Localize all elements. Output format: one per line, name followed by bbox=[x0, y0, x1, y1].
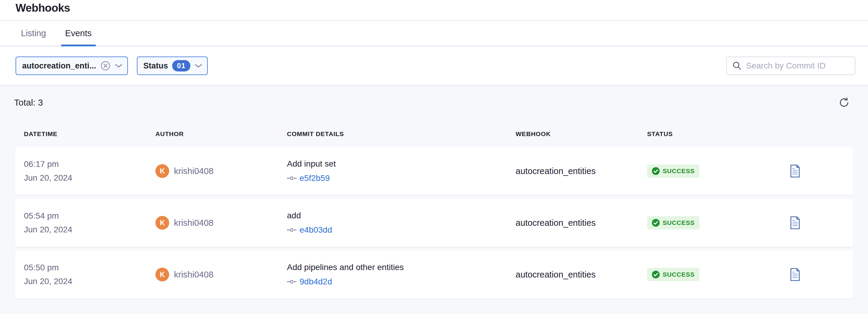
commit-id-link[interactable]: 9db4d2d bbox=[300, 277, 332, 286]
view-payload-button[interactable] bbox=[790, 268, 801, 281]
table-header-row: DATETIME AUTHOR COMMIT DETAILS WEBHOOK S… bbox=[15, 124, 853, 144]
document-icon bbox=[790, 278, 801, 282]
check-circle-icon bbox=[652, 167, 660, 175]
status-label: SUCCESS bbox=[663, 271, 695, 278]
webhook-filter-dropdown[interactable]: autocreation_enti... bbox=[16, 57, 128, 75]
avatar: K bbox=[155, 268, 169, 281]
status-filter-count-badge: 01 bbox=[172, 60, 190, 72]
results-toolbar: Total: 3 bbox=[0, 86, 868, 116]
author-cell: K krishi0408 bbox=[155, 164, 287, 178]
event-time: 05:50 pm bbox=[24, 263, 155, 273]
search-box bbox=[726, 57, 856, 75]
column-header-status: STATUS bbox=[647, 131, 789, 138]
view-payload-button[interactable] bbox=[790, 216, 801, 229]
status-label: SUCCESS bbox=[663, 168, 695, 175]
chevron-down-icon bbox=[194, 63, 203, 68]
tab-events[interactable]: Events bbox=[63, 21, 94, 46]
search-input[interactable] bbox=[746, 61, 854, 70]
webhook-name: autocreation_entities bbox=[516, 270, 647, 280]
event-time: 05:54 pm bbox=[24, 211, 155, 221]
event-time: 06:17 pm bbox=[24, 160, 155, 169]
webhook-name: autocreation_entities bbox=[516, 166, 647, 176]
table-row[interactable]: 05:54 pm Jun 20, 2024 K krishi0408 add bbox=[15, 199, 853, 247]
event-date: Jun 20, 2024 bbox=[24, 277, 155, 286]
webhook-filter-label: autocreation_enti... bbox=[22, 61, 96, 70]
view-payload-button[interactable] bbox=[790, 165, 801, 178]
status-filter-dropdown[interactable]: Status 01 bbox=[137, 57, 208, 75]
check-circle-icon bbox=[652, 219, 660, 227]
commit-id-link[interactable]: e5f2b59 bbox=[300, 173, 330, 183]
column-header-datetime: DATETIME bbox=[24, 131, 155, 138]
page-title: Webhooks bbox=[16, 2, 868, 15]
status-filter-label: Status bbox=[144, 61, 168, 70]
status-badge: SUCCESS bbox=[647, 216, 700, 229]
commit-id-link[interactable]: e4b03dd bbox=[300, 225, 332, 235]
column-header-webhook: WEBHOOK bbox=[516, 131, 647, 138]
total-count: Total: 3 bbox=[14, 97, 43, 108]
tab-bar: Listing Events bbox=[0, 21, 868, 46]
tab-events-label: Events bbox=[65, 28, 92, 38]
refresh-icon bbox=[838, 105, 850, 110]
commit-message: Add pipelines and other entities bbox=[287, 262, 516, 272]
status-badge: SUCCESS bbox=[647, 165, 700, 178]
author-cell: K krishi0408 bbox=[155, 216, 287, 230]
column-header-author: AUTHOR bbox=[155, 131, 287, 138]
tab-listing[interactable]: Listing bbox=[19, 21, 48, 46]
avatar: K bbox=[155, 164, 169, 178]
chevron-down-icon bbox=[115, 63, 123, 68]
commit-details-cell: Add input set e5f2b59 bbox=[287, 159, 516, 183]
check-circle-icon bbox=[652, 270, 660, 278]
tab-listing-label: Listing bbox=[21, 28, 46, 38]
datetime-cell: 06:17 pm Jun 20, 2024 bbox=[24, 160, 155, 183]
avatar: K bbox=[155, 216, 169, 230]
search-icon bbox=[732, 61, 742, 70]
status-badge: SUCCESS bbox=[647, 268, 700, 281]
git-commit-icon bbox=[287, 176, 297, 180]
filter-bar: autocreation_enti... Status 01 bbox=[0, 46, 868, 86]
author-name: krishi0408 bbox=[174, 166, 213, 176]
events-content: Total: 3 DATETIME AUTHOR COMMIT DETAILS … bbox=[0, 86, 868, 314]
refresh-button[interactable] bbox=[837, 95, 851, 110]
git-commit-icon bbox=[287, 280, 297, 284]
author-name: krishi0408 bbox=[174, 270, 213, 280]
document-icon bbox=[790, 226, 801, 230]
git-commit-icon bbox=[287, 228, 297, 232]
event-date: Jun 20, 2024 bbox=[24, 225, 155, 234]
column-header-commit-details: COMMIT DETAILS bbox=[287, 131, 516, 138]
event-date: Jun 20, 2024 bbox=[24, 173, 155, 183]
datetime-cell: 05:50 pm Jun 20, 2024 bbox=[24, 263, 155, 286]
page-header: Webhooks bbox=[0, 0, 868, 21]
events-table-body: 06:17 pm Jun 20, 2024 K krishi0408 Add i… bbox=[15, 147, 853, 298]
datetime-cell: 05:54 pm Jun 20, 2024 bbox=[24, 211, 155, 234]
commit-details-cell: add e4b03dd bbox=[287, 211, 516, 235]
document-icon bbox=[790, 174, 801, 178]
commit-message: Add input set bbox=[287, 159, 516, 169]
commit-message: add bbox=[287, 211, 516, 220]
webhook-name: autocreation_entities bbox=[516, 218, 647, 228]
author-cell: K krishi0408 bbox=[155, 268, 287, 281]
clear-filter-icon[interactable] bbox=[100, 61, 111, 71]
commit-details-cell: Add pipelines and other entities 9db4d2d bbox=[287, 262, 516, 286]
status-label: SUCCESS bbox=[663, 219, 695, 226]
table-row[interactable]: 05:50 pm Jun 20, 2024 K krishi0408 Add p… bbox=[15, 251, 853, 298]
table-row[interactable]: 06:17 pm Jun 20, 2024 K krishi0408 Add i… bbox=[15, 147, 853, 195]
author-name: krishi0408 bbox=[174, 218, 213, 228]
